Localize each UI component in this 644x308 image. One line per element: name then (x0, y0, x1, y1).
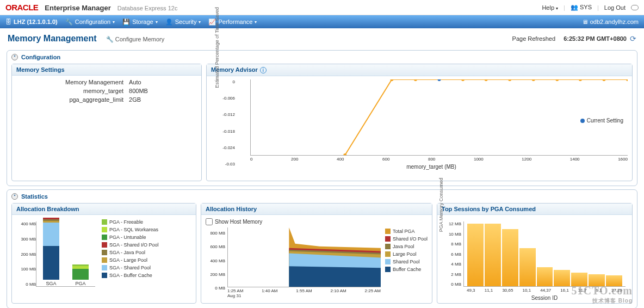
svg-point-2 (414, 79, 417, 81)
svg-point-7 (532, 79, 535, 81)
database-selector[interactable]: 🗄 LHZ (12.1.0.1.0) (5, 19, 58, 25)
memory-settings-title: Memory Settings (12, 64, 201, 76)
logout-link[interactable]: Log Out (604, 4, 626, 11)
nav-storage[interactable]: 💾 Storage ▾ (122, 19, 158, 26)
top-sessions-chart: PGA Memory Consumed 12 MB10 MB8 MB6 MB4 … (442, 218, 628, 300)
memory-advisor-panel: Memory Advisori Estimated Percentage of … (206, 64, 633, 181)
svg-point-5 (485, 79, 488, 81)
configure-memory-link[interactable]: 🔧 Configure Memory (106, 36, 165, 42)
page-title: Memory Management (8, 34, 97, 43)
page-refresh-info: Page Refreshed 6:25:32 PM GMT+0800 ⟳ (512, 34, 636, 43)
top-sessions-panel: Top Sessions by PGA Consumed PGA Memory … (437, 203, 633, 304)
allocation-history-title: Allocation History (201, 204, 432, 215)
svg-point-4 (461, 79, 465, 81)
svg-point-9 (579, 79, 582, 81)
help-link[interactable]: Help ▾ (542, 4, 558, 11)
memory-settings-panel: Memory Settings Memory ManagementAuto me… (11, 64, 202, 181)
chevron-down-icon: ˅ (11, 54, 18, 60)
svg-point-10 (602, 79, 605, 81)
top-sessions-title: Top Sessions by PGA Consumed (437, 204, 632, 215)
top-bar: ORACLE Enterprise Manager Database Expre… (0, 0, 644, 15)
svg-point-11 (626, 79, 628, 81)
configuration-toggle[interactable]: ˅ Configuration (8, 53, 636, 61)
allocation-breakdown-title: Allocation Breakdown (12, 204, 196, 215)
memory-advisor-title: Memory Advisori (207, 64, 632, 76)
allocation-history-panel: Allocation History Show Host Memory 800 … (201, 203, 432, 304)
allocation-history-legend: Total PGAShared I/O PoolJava PoolLarge P… (385, 227, 428, 298)
product-title: Enterprise Manager (45, 4, 110, 12)
host-indicator: 🖥 odb2.andylhz.com (582, 19, 639, 25)
product-subtitle: Database Express 12c (117, 5, 178, 11)
statistics-toggle[interactable]: ˅ Statistics (8, 192, 636, 201)
memory-advisor-chart: Estimated Percentage of Time Saved 0-0.0… (215, 79, 628, 177)
svg-point-3 (438, 79, 441, 81)
nav-security[interactable]: 👤 Security ▾ (165, 19, 201, 26)
chevron-down-icon: ˅ (11, 193, 18, 200)
info-icon[interactable]: i (260, 67, 267, 73)
show-host-memory-checkbox[interactable]: Show Host Memory (206, 218, 428, 225)
refresh-icon[interactable]: ⟳ (630, 34, 636, 43)
allocation-history-chart: 800 MB600 MB400 MB200 MB0 MB 1 (206, 227, 381, 298)
statistics-section: ˅ Statistics Allocation Breakdown 400 MB… (7, 189, 637, 308)
allocation-breakdown-chart: 400 MB300 MB200 MB100 MB0 MB SGA (16, 218, 97, 300)
brand-pill-icon (631, 5, 639, 10)
configuration-section: ˅ Configuration Memory Settings Memory M… (7, 50, 637, 186)
nav-configuration[interactable]: 🔧 Configuration ▾ (65, 19, 115, 26)
user-menu[interactable]: 👥 SYS (571, 4, 592, 11)
allocation-breakdown-legend: PGA - FreeablePGA - SQL WorkareasPGA - U… (102, 218, 159, 300)
svg-point-8 (555, 79, 559, 81)
svg-marker-17 (289, 266, 381, 287)
allocation-breakdown-panel: Allocation Breakdown 400 MB300 MB200 MB1… (11, 203, 196, 304)
nav-bar: 🗄 LHZ (12.1.0.1.0) 🔧 Configuration ▾ 💾 S… (0, 15, 644, 28)
oracle-logo: ORACLE (5, 3, 38, 12)
svg-point-6 (508, 79, 511, 81)
page-header: Memory Management 🔧 Configure Memory Pag… (0, 28, 644, 47)
memory-settings-table: Memory ManagementAuto memory_target800MB… (16, 79, 197, 103)
memory-advisor-legend: Current Setting (580, 118, 623, 124)
